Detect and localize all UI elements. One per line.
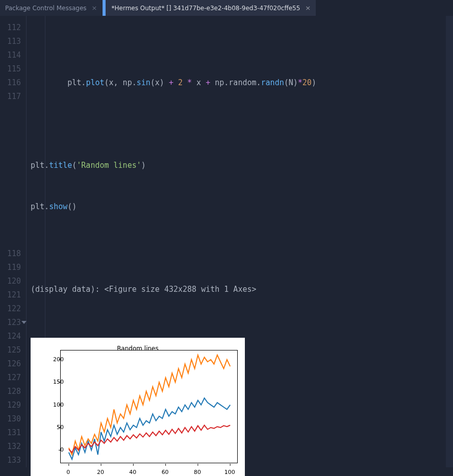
line-number-fold[interactable]: 123: [0, 316, 26, 330]
tab-package-control[interactable]: Package Control Messages ×: [0, 0, 103, 16]
line-number: 130: [0, 412, 26, 426]
line-number: 112: [0, 21, 26, 35]
line-number: [0, 104, 26, 247]
line-number-gutter: 112 113 114 115 116 117 118 119 120 121 …: [0, 16, 27, 467]
chart-axes: [60, 350, 238, 463]
y-tick-label: 100: [53, 397, 64, 411]
line-number: 121: [0, 288, 26, 302]
close-icon[interactable]: ×: [305, 4, 311, 12]
y-tick-label: 200: [53, 352, 64, 366]
line-number: 126: [0, 357, 26, 371]
line-number: 115: [0, 62, 26, 76]
line-number: 128: [0, 385, 26, 398]
line-number: 132: [0, 440, 26, 454]
tab-hermes-output[interactable]: *Hermes Output* [] 341d77be-e3e2-4b08-9e…: [103, 0, 316, 16]
y-tick-label: 150: [53, 375, 64, 389]
line-number: 122: [0, 302, 26, 316]
line-number: 133: [0, 454, 26, 467]
y-tick-label: 0: [60, 443, 64, 457]
line-number: 127: [0, 371, 26, 385]
line-number: 129: [0, 398, 26, 412]
x-tick-label: 20: [97, 465, 104, 476]
editor-pane: 112 113 114 115 116 117 118 119 120 121 …: [0, 16, 453, 467]
line-number: 114: [0, 48, 26, 62]
line-number: 119: [0, 261, 26, 274]
x-tick-label: 40: [129, 465, 136, 476]
tab-label: Package Control Messages: [5, 5, 87, 12]
x-tick-label: 80: [194, 465, 201, 476]
tab-bar: Package Control Messages × *Hermes Outpu…: [0, 0, 453, 16]
x-tick-label: 0: [66, 465, 70, 476]
line-number: 124: [0, 330, 26, 343]
tab-label: *Hermes Output* [] 341d77be-e3e2-4b08-9e…: [112, 5, 300, 12]
close-icon[interactable]: ×: [92, 4, 97, 12]
line-number: 113: [0, 35, 26, 48]
x-tick-label: 100: [224, 465, 235, 476]
x-tick-label: 60: [162, 465, 169, 476]
vertical-scrollbar[interactable]: [446, 16, 453, 467]
line-number: 117: [0, 90, 26, 104]
line-number: 120: [0, 274, 26, 288]
line-number: 116: [0, 76, 26, 90]
inline-chart: Random lines 050100150200 020406080100: [31, 338, 245, 476]
line-number: 131: [0, 426, 26, 440]
line-number: 125: [0, 343, 26, 357]
y-tick-label: 50: [57, 420, 64, 434]
code-area[interactable]: plt.plot(x, np.sin(x) + 2 * x + np.rando…: [27, 16, 446, 467]
line-number: 118: [0, 247, 26, 261]
